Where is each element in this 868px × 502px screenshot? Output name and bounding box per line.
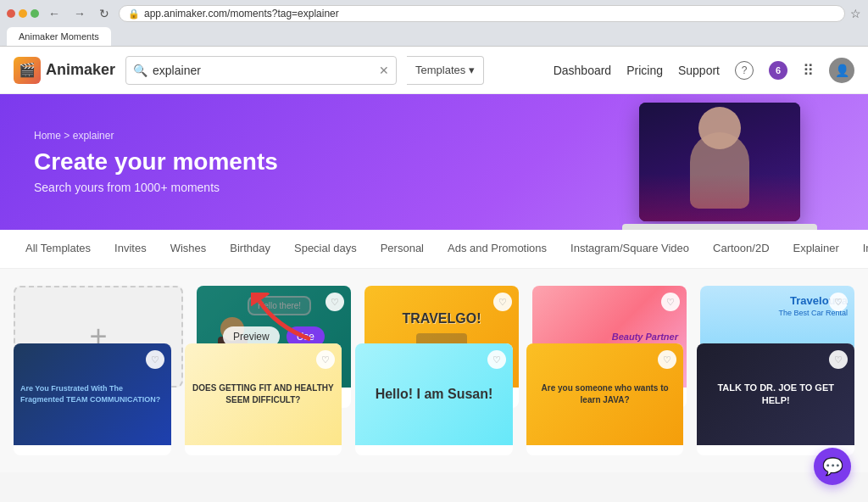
tab-special-days[interactable]: Special days <box>282 230 369 268</box>
team-preview-button[interactable]: Preview <box>42 384 98 404</box>
java-preview-button[interactable]: Preview <box>554 384 611 404</box>
team-card-thumb: ♡ Are You Frustrated With The Fragmented… <box>14 343 171 445</box>
logo-icon: 🎬 <box>14 57 41 84</box>
beautician-heart-button[interactable]: ♡ <box>661 293 680 311</box>
hello-card-thumb: ♡ Hello! I am Susan! Preview Use <box>355 343 513 445</box>
chevron-down-icon: ▾ <box>469 64 475 76</box>
active-tab[interactable]: Animaker Moments <box>7 27 111 46</box>
tab-birthday[interactable]: Birthday <box>218 230 282 268</box>
grid-menu-button[interactable]: ⠿ <box>803 61 814 80</box>
pricing-link[interactable]: Pricing <box>626 64 663 77</box>
tab-ads-promotions[interactable]: Ads and Promotions <box>436 230 559 268</box>
tab-invites[interactable]: Invites <box>103 230 159 268</box>
logo[interactable]: 🎬 Animaker <box>14 57 115 84</box>
hello-heart-button[interactable]: ♡ <box>487 350 506 369</box>
drjoe-preview-button[interactable]: Preview <box>725 384 782 404</box>
drjoe-card-thumb: ♡ TALK TO DR. JOE TO GET HELP! Preview U… <box>697 343 854 445</box>
header-nav: Dashboard Pricing Support ? 6 ⠿ 👤 <box>554 58 854 83</box>
main-content: + Create a blank Project ♡ Hello there! … <box>0 269 868 472</box>
search-clear-icon[interactable]: ✕ <box>379 64 389 77</box>
tab-explainer[interactable]: Explainer <box>782 230 851 268</box>
fitness-card[interactable]: ♡ DOES GETTING FIT AND HEALTHY SEEM DIFF… <box>185 343 342 455</box>
address-text: app.animaker.com/moments?tag=explainer <box>144 8 339 20</box>
promote-heart-button[interactable]: ♡ <box>326 293 344 311</box>
logo-text: Animaker <box>46 61 115 79</box>
avatar[interactable]: 👤 <box>829 58 854 83</box>
search-input[interactable] <box>153 64 374 77</box>
hello-preview-button[interactable]: Preview <box>383 384 440 404</box>
browser-actions: ☆ <box>850 7 861 20</box>
help-button[interactable]: ? <box>735 61 754 80</box>
fitness-use-button[interactable]: Use <box>275 384 314 404</box>
hero-image <box>639 103 800 221</box>
tab-wishes[interactable]: Wishes <box>159 230 219 268</box>
breadcrumb-current: explainer <box>73 130 114 142</box>
breadcrumb-separator: > <box>64 130 72 142</box>
tab-instagram[interactable]: Instagram/Square Video <box>559 230 701 268</box>
address-bar: 🔒 app.animaker.com/moments?tag=explainer <box>119 5 845 22</box>
hello-card[interactable]: ♡ Hello! I am Susan! Preview Use <box>355 343 513 455</box>
notifications-button[interactable]: 6 <box>769 61 787 80</box>
team-card-label <box>14 445 171 455</box>
search-bar: 🔍 ✕ <box>125 56 397 85</box>
maximize-dot[interactable] <box>31 9 39 18</box>
java-card-label <box>526 445 684 455</box>
drjoe-heart-button[interactable]: ♡ <box>829 350 848 369</box>
fitness-card-thumb: ♡ DOES GETTING FIT AND HEALTHY SEEM DIFF… <box>185 343 342 445</box>
fitness-card-label <box>185 445 342 455</box>
drjoe-use-button[interactable]: Use <box>788 384 826 404</box>
back-button[interactable]: ← <box>44 5 64 22</box>
fitness-preview-button[interactable]: Preview <box>212 384 269 404</box>
laptop-base <box>622 224 817 230</box>
forward-button[interactable]: → <box>70 5 90 22</box>
hero-person-image <box>639 103 800 221</box>
team-use-button[interactable]: Use <box>104 384 142 404</box>
app-header: 🎬 Animaker 🔍 ✕ Templates ▾ Dashboard Pri… <box>0 47 868 94</box>
tab-all-templates[interactable]: All Templates <box>14 230 103 268</box>
team-heart-button[interactable]: ♡ <box>146 350 164 369</box>
drjoe-card[interactable]: ♡ TALK TO DR. JOE TO GET HELP! Preview U… <box>697 343 854 455</box>
browser-dots <box>7 9 39 18</box>
tab-cartoon[interactable]: Cartoon/2D <box>701 230 781 268</box>
hello-use-button[interactable]: Use <box>447 384 485 404</box>
dashboard-link[interactable]: Dashboard <box>554 64 612 77</box>
filter-tabs: All Templates Invites Wishes Birthday Sp… <box>0 230 868 269</box>
templates-dropdown-button[interactable]: Templates ▾ <box>407 56 484 85</box>
templates-btn-label: Templates <box>415 64 465 76</box>
java-card[interactable]: ♡ Are you someone who wants to learn JAV… <box>526 343 684 455</box>
reload-button[interactable]: ↻ <box>95 5 114 22</box>
java-card-thumb: ♡ Are you someone who wants to learn JAV… <box>526 343 684 445</box>
lock-icon: 🔒 <box>128 8 140 20</box>
team-card[interactable]: ♡ Are You Frustrated With The Fragmented… <box>14 343 171 455</box>
java-use-button[interactable]: Use <box>617 384 655 404</box>
templates-row-2: ♡ Are You Frustrated With The Fragmented… <box>14 343 854 455</box>
browser-chrome: ← → ↻ 🔒 app.animaker.com/moments?tag=exp… <box>0 0 868 47</box>
tab-informational[interactable]: Informational <box>851 230 868 268</box>
tab-personal[interactable]: Personal <box>369 230 436 268</box>
car-heart-button[interactable]: ♡ <box>829 293 848 311</box>
support-link[interactable]: Support <box>678 64 720 77</box>
close-dot[interactable] <box>7 9 15 18</box>
search-icon: 🔍 <box>133 64 147 77</box>
agency-heart-button[interactable]: ♡ <box>493 293 512 311</box>
breadcrumb-home-link[interactable]: Home <box>34 130 61 142</box>
bookmark-button[interactable]: ☆ <box>850 7 861 20</box>
minimize-dot[interactable] <box>19 9 27 18</box>
hello-card-label <box>355 445 513 455</box>
hero-banner: Home > explainer Create your moments Sea… <box>0 94 868 230</box>
